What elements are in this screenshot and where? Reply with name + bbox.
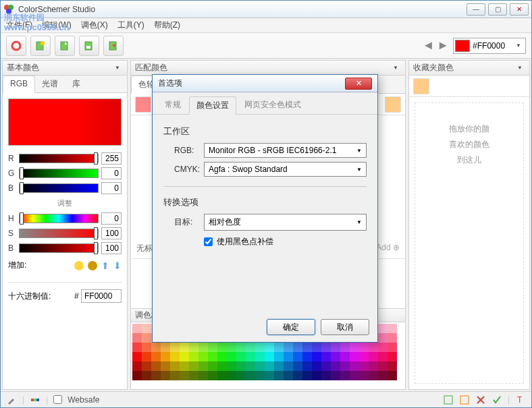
text-color-icon[interactable]: T — [515, 395, 526, 405]
g-label: G — [8, 169, 16, 178]
titlebar: ColorSchemer Studio — ▢ ✕ — [1, 1, 531, 18]
chevron-down-icon[interactable]: ▼ — [514, 65, 525, 71]
b-value[interactable]: 0 — [101, 182, 122, 194]
br-slider[interactable] — [19, 243, 99, 253]
color-swatch-icon — [455, 40, 470, 52]
r-label: R — [8, 154, 16, 163]
tool-open-icon[interactable] — [55, 36, 75, 56]
adjust-label: 调整 — [3, 198, 127, 208]
panel-title: 匹配颜色 — [135, 62, 167, 74]
menu-help[interactable]: 帮助(Z) — [154, 20, 180, 31]
svg-rect-6 — [61, 42, 68, 50]
b-slider[interactable] — [19, 183, 99, 193]
br-label: B — [8, 243, 16, 253]
blackpoint-checkbox[interactable] — [204, 237, 213, 246]
svg-point-3 — [12, 42, 20, 50]
br-value[interactable]: 100 — [101, 242, 122, 254]
s-value[interactable]: 100 — [101, 227, 122, 239]
g-slider[interactable] — [19, 169, 99, 178]
b-label: B — [8, 183, 16, 193]
tool-save-icon[interactable] — [79, 36, 99, 56]
sun-light-icon[interactable] — [74, 261, 84, 270]
tab-websafe-mode[interactable]: 网页安全色模式 — [238, 96, 308, 114]
svg-rect-13 — [444, 396, 452, 404]
maximize-button[interactable]: ▢ — [488, 3, 507, 16]
increment-label: 增加: — [8, 260, 26, 271]
menu-color[interactable]: 调色(X) — [81, 20, 108, 31]
svg-rect-10 — [31, 399, 34, 401]
g-value[interactable]: 0 — [101, 167, 122, 179]
fav-tool-icon[interactable] — [413, 78, 429, 94]
panel-title: 基本颜色 — [7, 62, 39, 74]
h-slider[interactable] — [19, 214, 99, 223]
tool-new-icon[interactable] — [30, 36, 51, 56]
menu-file[interactable]: 文件(F) — [6, 20, 32, 31]
r-value[interactable]: 255 — [101, 152, 122, 165]
arrow-down-icon[interactable]: ⬇ — [113, 260, 122, 271]
svg-rect-8 — [86, 46, 90, 49]
workspace-title: 工作区 — [163, 125, 367, 138]
hex-input[interactable] — [81, 289, 122, 303]
chevron-down-icon: ▼ — [356, 148, 362, 154]
menu-tools[interactable]: 工具(Y) — [117, 20, 144, 31]
favorites-panel: 收藏夹颜色 ▼ 拖放你的颜 喜欢的颜色 到这儿 — [408, 60, 530, 390]
status-tool-1-icon[interactable] — [443, 395, 454, 405]
close-button[interactable]: ✕ — [510, 3, 529, 16]
ok-button[interactable]: 确定 — [267, 319, 315, 335]
svg-point-5 — [41, 41, 45, 45]
basic-color-panel: 基本颜色 ▼ RGB 光谱 库 R255 G0 B0 调整 H0 S100 B1… — [2, 60, 128, 390]
color-preview — [8, 98, 122, 146]
tab-color-settings[interactable]: 颜色设置 — [189, 96, 236, 115]
chevron-down-icon[interactable]: ▼ — [513, 42, 524, 49]
blackpoint-label: 使用黑色点补偿 — [217, 236, 273, 247]
copy-icon[interactable] — [385, 96, 401, 113]
mid-tool-1-icon[interactable] — [135, 96, 151, 113]
eyedropper-icon[interactable] — [6, 395, 17, 405]
r-slider[interactable] — [19, 154, 99, 163]
palette-icon[interactable] — [30, 395, 41, 405]
rgb-profile-select[interactable]: Monitor RGB - sRGB IEC61966-2.1 ▼ — [204, 143, 367, 158]
chevron-down-icon: ▼ — [356, 219, 362, 225]
add-button[interactable]: Add ⊕ — [376, 243, 400, 254]
chevron-down-icon[interactable]: ▼ — [112, 65, 123, 71]
websafe-checkbox[interactable] — [53, 395, 62, 404]
nav-forward-icon[interactable]: ► — [437, 38, 449, 53]
nav-back-icon[interactable]: ◄ — [422, 38, 434, 53]
cmyk-profile-select[interactable]: Agfa : Swop Standard ▼ — [204, 162, 367, 177]
statusbar: | | Websafe | T — [1, 391, 531, 407]
favorites-dropzone[interactable]: 拖放你的颜 喜欢的颜色 到这儿 — [415, 103, 524, 384]
minimize-button[interactable]: — — [467, 3, 485, 16]
svg-rect-11 — [34, 399, 36, 401]
app-icon — [3, 4, 14, 15]
sun-dark-icon[interactable] — [88, 261, 97, 270]
tab-spectrum[interactable]: 光谱 — [35, 76, 65, 92]
menu-edit[interactable]: 编辑(W) — [42, 20, 71, 31]
tab-general[interactable]: 常规 — [158, 96, 188, 114]
convert-title: 转换选项 — [163, 196, 367, 208]
check-icon[interactable] — [491, 395, 502, 405]
dialog-close-button[interactable]: ✕ — [345, 78, 372, 90]
svg-text:T: T — [517, 395, 523, 405]
hex-label: 十六进制值: — [8, 291, 51, 302]
tab-library[interactable]: 库 — [65, 76, 88, 92]
s-slider[interactable] — [19, 229, 99, 238]
delete-icon[interactable] — [475, 395, 486, 405]
tool-export-icon[interactable] — [103, 36, 124, 56]
cmyk-profile-label: CMYK: — [174, 165, 204, 174]
h-value[interactable]: 0 — [101, 212, 122, 225]
chevron-down-icon: ▼ — [356, 167, 362, 173]
svg-point-2 — [6, 9, 11, 14]
s-label: S — [8, 229, 16, 238]
target-label: 目标: — [174, 216, 204, 228]
status-tool-2-icon[interactable] — [459, 395, 470, 405]
tool-wheel-icon[interactable] — [6, 36, 26, 56]
hex-display: #FF0000 — [473, 41, 513, 51]
cancel-button[interactable]: 取消 — [321, 319, 369, 335]
target-select[interactable]: 相对色度 ▼ — [204, 214, 367, 231]
hex-prefix: # — [74, 291, 79, 301]
tab-rgb[interactable]: RGB — [3, 76, 35, 93]
app-title: ColorSchemer Studio — [18, 5, 467, 14]
arrow-up-icon[interactable]: ⬆ — [101, 260, 109, 271]
chevron-down-icon[interactable]: ▼ — [390, 65, 401, 71]
current-color-display[interactable]: #FF0000 ▼ — [453, 38, 526, 54]
